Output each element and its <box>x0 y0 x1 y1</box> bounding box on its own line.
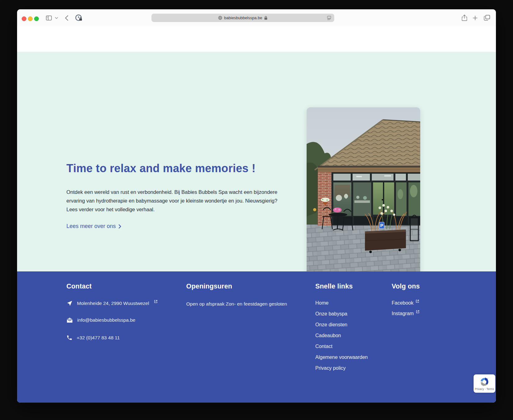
footer-social-heading: Volg ons <box>392 283 420 290</box>
external-link-icon <box>416 310 419 313</box>
browser-window: babiesbubbelsspa.be <box>17 9 496 403</box>
recaptcha-badge[interactable]: Privacy - Terms <box>474 374 495 393</box>
chevron-down-icon <box>55 17 58 19</box>
footer-link-facebook[interactable]: Facebook <box>392 300 419 306</box>
share-button[interactable] <box>460 9 468 26</box>
footer-hours-text: Open op afspraak Zon- en feestdagen gesl… <box>186 301 287 307</box>
password-manager-icon <box>75 14 83 22</box>
photo-door-left <box>373 182 383 215</box>
recaptcha-icon <box>479 377 489 387</box>
close-window-button[interactable] <box>22 16 26 21</box>
sidebar-toggle-button[interactable] <box>45 9 52 26</box>
photo-lantern <box>409 215 420 241</box>
footer-contact-heading: Contact <box>66 283 92 290</box>
minimize-window-button[interactable] <box>28 16 33 21</box>
photo-hanging-flowers <box>321 198 330 202</box>
location-icon <box>66 300 73 306</box>
footer-link-voorwaarden[interactable]: Algemene voorwaarden <box>315 355 368 360</box>
recaptcha-privacy-terms[interactable]: Privacy - Terms <box>475 387 494 391</box>
footer-link-cadeaubon[interactable]: Cadeaubon <box>315 333 368 338</box>
sidebar-menu-button[interactable] <box>54 9 59 26</box>
spa-photo-illustration: P <box>307 107 420 283</box>
instagram-label: Instagram <box>392 311 414 316</box>
address-bar[interactable]: babiesbubbelsspa.be <box>151 14 334 22</box>
svg-text:P: P <box>380 223 383 228</box>
page-title: Time to relax and make memories ! <box>66 162 256 175</box>
footer-address-text: Molenheide 24, 2990 Wuustwezel <box>77 301 149 306</box>
zoom-window-button[interactable] <box>34 16 39 21</box>
photo-gutter <box>318 166 420 168</box>
password-extension-button[interactable] <box>75 9 83 26</box>
footer-link-diensten[interactable]: Onze diensten <box>315 322 368 328</box>
lock-icon <box>264 16 268 20</box>
phone-icon <box>66 335 72 341</box>
photo-pink-flowers <box>333 208 342 212</box>
sidebar-icon <box>46 16 52 20</box>
back-button[interactable] <box>63 9 70 26</box>
footer-social-links: Facebook Instagram <box>392 300 419 316</box>
browser-toolbar: babiesbubbelsspa.be <box>17 9 496 26</box>
tab-overview-button[interactable] <box>483 9 491 26</box>
url-text: babiesbubbelsspa.be <box>224 16 262 20</box>
footer-phone-link[interactable]: +32 (0)477 83 48 11 <box>66 335 120 341</box>
footer-link-home[interactable]: Home <box>315 300 368 306</box>
external-link-icon <box>416 300 419 303</box>
plus-icon <box>473 16 478 20</box>
footer-quick-links: Home Onze babyspa Onze diensten Cadeaubo… <box>315 300 368 371</box>
new-tab-button[interactable] <box>471 9 479 26</box>
footer-link-babyspa[interactable]: Onze babyspa <box>315 311 368 317</box>
footer-email-text: info@babiesbubbelsspa.be <box>77 317 135 323</box>
photo-table-top <box>329 213 347 217</box>
reader-icon[interactable] <box>327 16 331 20</box>
footer-link-privacy[interactable]: Privacy policy <box>315 365 368 371</box>
footer-hours-heading: Openingsuren <box>186 283 232 290</box>
tabs-overview-icon <box>484 15 490 21</box>
chevron-right-icon <box>119 224 121 229</box>
footer-phone-text: +32 (0)477 83 48 11 <box>77 335 120 341</box>
spa-exterior-photo: P <box>307 107 420 283</box>
hero-section: Time to relax and make memories ! Ontdek… <box>17 52 496 271</box>
hero-paragraph: Ontdek een wereld van rust en verbondenh… <box>66 188 284 214</box>
footer-link-contact[interactable]: Contact <box>315 344 368 349</box>
footer-address-link[interactable]: Molenheide 24, 2990 Wuustwezel <box>66 300 157 306</box>
share-icon <box>462 15 467 21</box>
globe-icon <box>218 16 222 20</box>
footer-link-instagram[interactable]: Instagram <box>392 311 419 316</box>
site-header <box>17 26 496 52</box>
site-footer: Contact Molenheide 24, 2990 Wuustwezel i… <box>17 271 496 403</box>
photo-door-handle <box>382 199 383 200</box>
footer-email-link[interactable]: info@babiesbubbelsspa.be <box>66 317 135 323</box>
read-more-label: Lees meer over ons <box>66 223 116 230</box>
footer-links-heading: Snelle links <box>315 283 353 290</box>
email-icon <box>66 317 73 323</box>
external-link-icon <box>154 300 157 303</box>
photo-clock <box>336 195 342 201</box>
read-more-link[interactable]: Lees meer over ons <box>66 223 121 230</box>
facebook-label: Facebook <box>392 300 413 306</box>
chevron-left-icon <box>65 15 68 21</box>
photo-sunflower <box>313 208 316 211</box>
